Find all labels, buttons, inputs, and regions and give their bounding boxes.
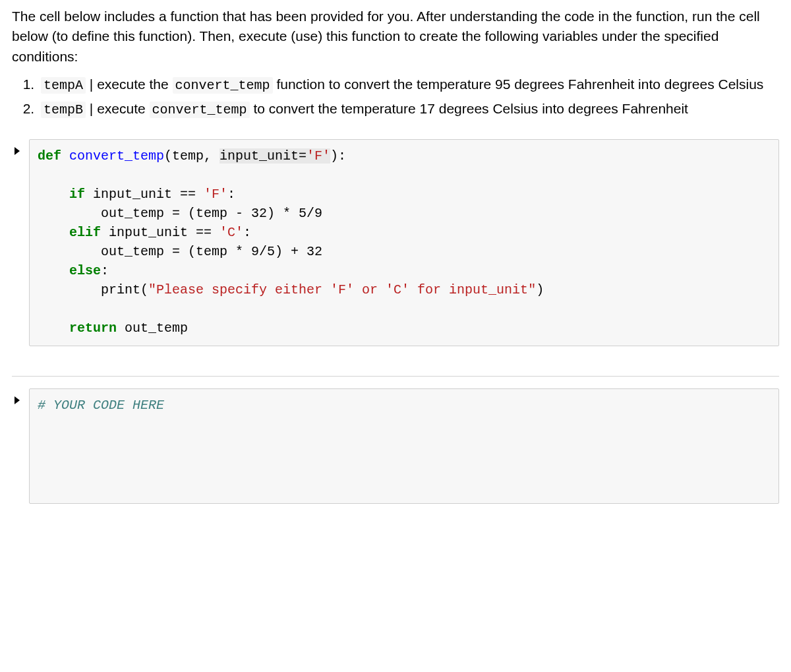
line-out-c: out_temp = (temp * 9/5) + 32 — [38, 244, 322, 259]
code-cell-2-wrap: # YOUR CODE HERE — [12, 388, 779, 504]
paren-close: ): — [330, 148, 346, 164]
instruction-text: The cell below includes a function that … — [12, 7, 779, 67]
var-tempA-code: tempA — [41, 77, 86, 94]
elif-cond: input_unit == — [101, 225, 220, 240]
fn-name: convert_temp — [61, 148, 164, 164]
kw-elif: elif — [69, 225, 101, 240]
str-C: 'C' — [220, 225, 243, 240]
task-list: tempA | execute the convert_temp functio… — [12, 75, 779, 119]
code-cell-2[interactable]: # YOUR CODE HERE — [29, 388, 779, 504]
your-code-here-comment: # YOUR CODE HERE — [38, 398, 164, 413]
print-post: ) — [536, 282, 544, 297]
kw-return: return — [69, 321, 117, 336]
task-item-1: tempA | execute the convert_temp functio… — [38, 75, 779, 95]
print-str: "Please specify either 'F' or 'C' for in… — [148, 282, 536, 297]
if-cond: input_unit == — [85, 187, 204, 202]
default-F: 'F' — [307, 148, 330, 164]
cell-divider — [12, 376, 779, 377]
kw-if: if — [69, 187, 85, 202]
param-input-unit: input_unit= — [220, 148, 307, 164]
task1-text-a: | execute the — [86, 76, 173, 92]
task2-text-b: to convert the temperature 17 degrees Ce… — [250, 101, 688, 116]
task1-text-b: function to convert the temperature 95 d… — [273, 76, 764, 92]
fn-convert-temp-code-2: convert_temp — [150, 102, 250, 118]
fn-convert-temp-code: convert_temp — [173, 77, 273, 94]
str-F: 'F' — [204, 187, 227, 202]
return-var: out_temp — [117, 321, 188, 336]
task-item-2: tempB | execute convert_temp to convert … — [38, 99, 779, 119]
var-tempB-code: tempB — [41, 102, 86, 118]
param-highlight: input_unit='F' — [220, 148, 330, 164]
print-pre: print( — [38, 282, 148, 297]
else-colon: : — [101, 263, 109, 278]
elif-colon: : — [243, 225, 251, 240]
run-cell-icon-2[interactable] — [12, 388, 29, 504]
if-colon: : — [227, 187, 235, 202]
code-cell-1[interactable]: def convert_temp(temp, input_unit='F'): … — [29, 139, 779, 346]
run-cell-icon[interactable] — [12, 139, 29, 346]
markdown-cell: The cell below includes a function that … — [12, 7, 779, 119]
kw-else: else — [69, 263, 101, 278]
paren-open: (temp, — [164, 148, 220, 164]
line-out-f: out_temp = (temp - 32) * 5/9 — [38, 206, 322, 221]
kw-def: def — [38, 148, 61, 164]
code-cell-1-wrap: def convert_temp(temp, input_unit='F'): … — [12, 139, 779, 346]
task2-text-a: | execute — [86, 101, 150, 116]
